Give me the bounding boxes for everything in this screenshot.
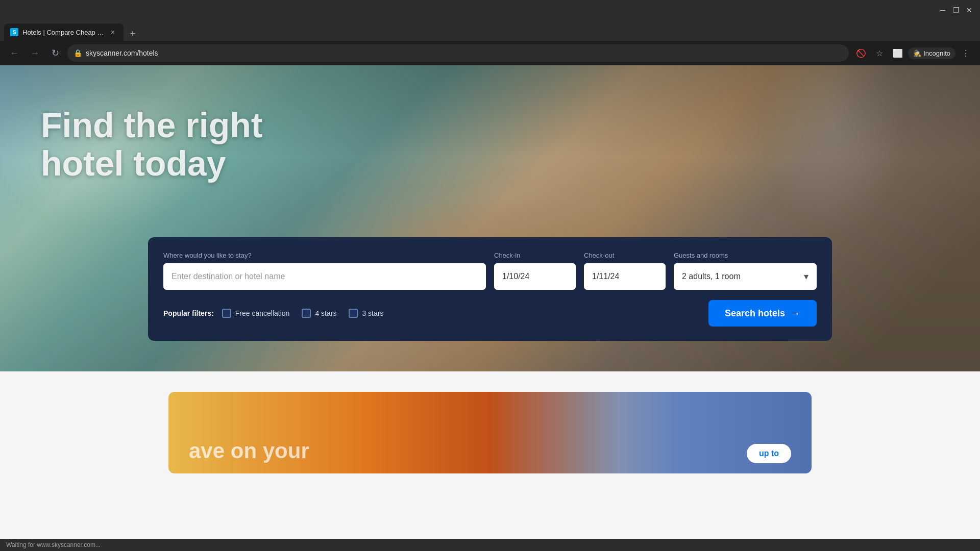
window-controls: ─ ❐ ✕ — [938, 6, 974, 15]
three-stars-checkbox[interactable] — [349, 309, 358, 318]
incognito-icon: 🕵 — [913, 49, 921, 57]
title-bar: ─ ❐ ✕ — [0, 0, 980, 20]
four-stars-label: 4 stars — [315, 309, 336, 317]
menu-button[interactable]: ⋮ — [958, 45, 974, 61]
checkin-field-group: Check-in — [494, 252, 576, 290]
tab-bar: S Hotels | Compare Cheap Hotel × + — [0, 20, 980, 41]
extension-icon[interactable]: ⬜ — [890, 45, 906, 61]
destination-field-group: Where would you like to stay? — [163, 252, 486, 290]
search-button-label: Search hotels — [725, 308, 785, 319]
tab-close-button[interactable]: × — [108, 28, 117, 37]
guests-selector[interactable]: 2 adults, 1 room ▾ — [674, 263, 817, 290]
checkin-label: Check-in — [494, 252, 576, 259]
checkin-input[interactable] — [502, 272, 568, 281]
back-button[interactable]: ← — [6, 45, 22, 61]
page-content: Find the right hotel today Where would y… — [0, 65, 980, 551]
forward-button[interactable]: → — [27, 45, 43, 61]
four-stars-checkbox[interactable] — [302, 309, 311, 318]
incognito-badge: 🕵 Incognito — [908, 47, 955, 59]
checkin-input-wrapper[interactable] — [494, 263, 576, 290]
free-cancellation-filter[interactable]: Free cancellation — [222, 309, 290, 318]
card-cta-button[interactable]: up to — [747, 444, 791, 463]
nav-icons: 🚫 ☆ ⬜ 🕵 Incognito ⋮ — [853, 45, 974, 61]
new-tab-button[interactable]: + — [126, 27, 140, 41]
three-stars-label: 3 stars — [362, 309, 383, 317]
free-cancellation-checkbox[interactable] — [222, 309, 231, 318]
checkout-input[interactable] — [592, 272, 657, 281]
search-fields-row: Where would you like to stay? Check-in C… — [163, 252, 817, 290]
promo-card: ave on your up to — [168, 392, 812, 473]
four-stars-filter[interactable]: 4 stars — [302, 309, 336, 318]
free-cancellation-label: Free cancellation — [235, 309, 290, 317]
minimize-button[interactable]: ─ — [938, 6, 947, 15]
no-image-icon[interactable]: 🚫 — [853, 45, 869, 61]
cta-label: up to — [759, 449, 779, 458]
guests-value: 2 adults, 1 room — [682, 272, 741, 281]
active-tab[interactable]: S Hotels | Compare Cheap Hotel × — [4, 23, 124, 41]
lock-icon: 🔒 — [74, 49, 82, 57]
bookmark-icon[interactable]: ☆ — [871, 45, 888, 61]
popular-filters-label: Popular filters: — [163, 309, 214, 317]
guests-field-group: Guests and rooms 2 adults, 1 room ▾ — [674, 252, 817, 290]
destination-input[interactable] — [172, 272, 478, 281]
guests-label: Guests and rooms — [674, 252, 817, 259]
search-hotels-button[interactable]: Search hotels → — [708, 300, 817, 327]
status-bar: Waiting for www.skyscanner.com... — [0, 539, 980, 551]
arrow-right-icon: → — [790, 308, 800, 319]
nav-bar: ← → ↻ 🔒 🚫 ☆ ⬜ 🕵 Incognito ⋮ — [0, 41, 980, 65]
hero-title: Find the right hotel today — [41, 106, 347, 183]
tab-title: Hotels | Compare Cheap Hotel — [22, 29, 104, 36]
filters-row: Popular filters: Free cancellation 4 sta… — [163, 300, 817, 327]
browser-chrome: ─ ❐ ✕ S Hotels | Compare Cheap Hotel × +… — [0, 0, 980, 65]
close-button[interactable]: ✕ — [965, 6, 974, 15]
checkout-input-wrapper[interactable] — [584, 263, 666, 290]
chevron-down-icon: ▾ — [804, 271, 808, 282]
card-overlay: ave on your up to — [189, 439, 791, 463]
destination-label: Where would you like to stay? — [163, 252, 486, 259]
bottom-section: ave on your up to — [0, 371, 980, 551]
refresh-button[interactable]: ↻ — [47, 45, 63, 61]
checkout-field-group: Check-out — [584, 252, 666, 290]
address-input[interactable] — [67, 44, 849, 62]
maximize-button[interactable]: ❐ — [951, 6, 961, 15]
destination-input-wrapper[interactable] — [163, 263, 486, 290]
status-text: Waiting for www.skyscanner.com... — [6, 541, 101, 548]
hero-section: Find the right hotel today Where would y… — [0, 65, 980, 371]
tab-favicon: S — [10, 28, 18, 36]
incognito-label: Incognito — [923, 49, 950, 57]
checkout-label: Check-out — [584, 252, 666, 259]
three-stars-filter[interactable]: 3 stars — [349, 309, 383, 318]
address-bar-container: 🔒 — [67, 44, 849, 62]
card-text: ave on your — [189, 439, 309, 463]
search-panel: Where would you like to stay? Check-in C… — [148, 237, 832, 341]
